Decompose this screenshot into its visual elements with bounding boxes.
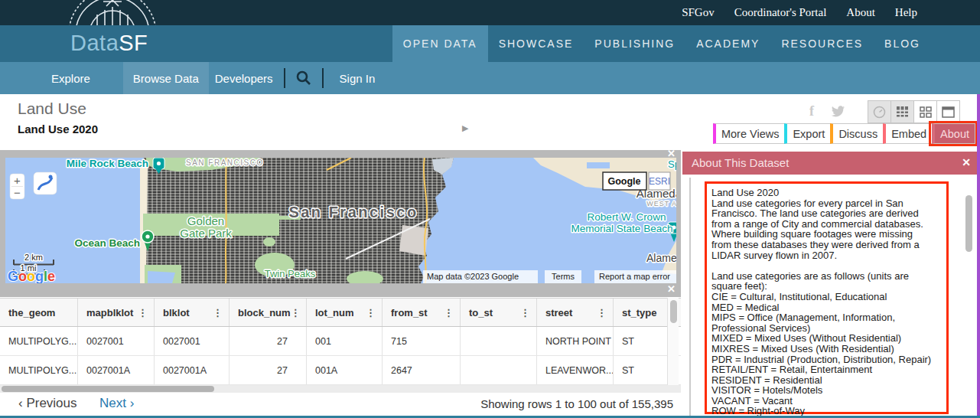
datasf-logo[interactable]: DataSF — [70, 31, 148, 56]
nav-tab-showcase[interactable]: SHOWCASE — [488, 25, 584, 62]
map-basemap-toggle[interactable]: Google ESRI — [603, 172, 670, 190]
map-label-mile-rock: Mile Rock Beach — [67, 158, 148, 169]
column-menu-icon[interactable]: ⋮ — [213, 307, 223, 318]
map-label-ggp2: Gate Park — [180, 227, 232, 240]
subnav-explore[interactable]: Explore — [41, 62, 101, 94]
page: SFGov Coordinator's Portal About Help Da… — [0, 0, 980, 418]
zoom-in-button[interactable]: + — [14, 174, 21, 187]
column-menu-icon[interactable]: ⋮ — [444, 307, 454, 318]
zoom-out-button[interactable]: − — [14, 186, 21, 199]
about-description-text: Land Use 2020 Land use categories for ev… — [711, 188, 943, 416]
about-panel-close-icon[interactable]: ✕ — [962, 156, 971, 168]
map-label-ocean-beach: Ocean Beach — [74, 237, 140, 249]
column-menu-icon[interactable]: ⋮ — [138, 307, 148, 318]
nav-tab-open-data[interactable]: OPEN DATA — [392, 25, 488, 62]
map-attribution: Map data ©2023 Google Terms Report a map… — [423, 270, 676, 283]
table-vertical-scrollbar[interactable] — [667, 298, 679, 385]
dataset-subtitle: Land Use 2020 — [18, 122, 98, 136]
perf-icon-button[interactable] — [868, 100, 891, 123]
map-terms-link[interactable]: Terms — [552, 272, 575, 281]
map-canvas[interactable]: Mile Rock Beach SAN FRANCISCO San Franci… — [5, 158, 676, 283]
col-header-to-st[interactable]: to_st⋮ — [461, 299, 537, 326]
discuss-button[interactable]: Discuss — [830, 123, 884, 144]
basemap-esri-button[interactable]: ESRI — [649, 176, 670, 187]
table-row[interactable]: MULTIPOLYG... 0027001 0027001 27 001 715… — [0, 327, 681, 356]
nav-tab-resources[interactable]: RESOURCES — [770, 25, 874, 62]
browser-window-icon — [942, 106, 955, 118]
topbar-link-about[interactable]: About — [846, 6, 875, 19]
column-menu-icon[interactable]: ⋮ — [291, 307, 301, 318]
topbar-link-sfgov[interactable]: SFGov — [682, 6, 715, 19]
google-logo: Google — [8, 269, 55, 283]
window-view-button[interactable] — [936, 100, 960, 123]
about-panel-scrollbar-thumb[interactable] — [965, 195, 972, 252]
chevron-right-icon: › — [126, 396, 134, 410]
map-scale-km: 2 km — [24, 253, 43, 262]
map-pegman-button[interactable] — [34, 172, 57, 194]
col-header-blklot[interactable]: blklot⋮ — [155, 299, 230, 326]
column-menu-icon[interactable]: ⋮ — [597, 307, 607, 318]
topbar-link-coordinators-portal[interactable]: Coordinator's Portal — [734, 6, 827, 19]
col-header-the-geom[interactable]: the_geom — [0, 299, 78, 326]
annotation-about-button — [929, 121, 978, 146]
map-close-icon-top[interactable]: ✕ — [667, 148, 676, 159]
embed-button[interactable]: Embed — [883, 123, 933, 144]
map-label-sp: Sp — [668, 158, 676, 170]
map-label-twin-peaks: Twin Peaks — [265, 268, 316, 279]
subnav-developers[interactable]: Developers — [209, 62, 284, 94]
nav-tab-publishing[interactable]: PUBLISHING — [584, 25, 685, 62]
expand-arrow-icon[interactable]: ▶ — [462, 123, 468, 133]
map-close-icon-bottom[interactable]: ✕ — [667, 283, 676, 295]
nav-tab-academy[interactable]: ACADEMY — [685, 25, 770, 62]
column-menu-icon[interactable]: ⋮ — [366, 307, 376, 318]
scrollbar-thumb[interactable] — [670, 300, 677, 323]
layout-view-button[interactable] — [913, 100, 937, 123]
pagination-bar: ‹ Previous Next › Showing rows 1 to 100 … — [0, 393, 681, 416]
subnav-divider — [322, 68, 324, 88]
previous-page-button[interactable]: ‹ Previous — [18, 396, 77, 411]
facebook-icon[interactable]: f — [809, 103, 814, 119]
map-zoom-control[interactable]: + − — [10, 174, 24, 199]
sub-nav-bar: Explore Browse Data Developers Sign In — [0, 62, 980, 94]
column-menu-icon[interactable]: ⋮ — [520, 307, 530, 318]
subnav-browse-data[interactable]: Browse Data — [123, 62, 209, 94]
dataset-header: Land Use Land Use 2020 ▶ f — [0, 94, 980, 150]
table-row[interactable]: MULTIPOLYG... 0027001A 0027001A 27 001A … — [0, 356, 681, 385]
layout-icon — [920, 106, 932, 118]
export-button[interactable]: Export — [784, 123, 831, 144]
col-header-lot-num[interactable]: lot_num⋮ — [307, 299, 383, 326]
map-label-crown1: Robert W. Crown — [588, 211, 666, 223]
about-panel-title: About This Dataset — [692, 156, 789, 169]
map-attribution-text: Map data ©2023 Google — [427, 272, 519, 281]
col-header-block-num[interactable]: block_num⋮ — [230, 299, 307, 326]
nav-tab-blog[interactable]: BLOG — [874, 25, 931, 62]
next-page-button[interactable]: Next › — [99, 396, 134, 411]
subnav-sign-in[interactable]: Sign In — [329, 62, 386, 94]
map-label-west-al: WEST AL — [646, 200, 676, 207]
map-container[interactable]: Mile Rock Beach SAN FRANCISCO San Franci… — [0, 150, 681, 297]
grid-view-button[interactable] — [890, 100, 914, 123]
col-header-from-st[interactable]: from_st⋮ — [383, 299, 461, 326]
twitter-icon[interactable] — [830, 106, 845, 117]
more-views-button[interactable]: More Views — [713, 123, 785, 144]
view-icon-bar — [868, 100, 960, 123]
table-header-row: the_geom mapblklot⋮ blklot⋮ block_num⋮ l… — [0, 298, 681, 327]
col-header-street[interactable]: street⋮ — [537, 299, 614, 326]
col-header-mapblklot[interactable]: mapblklot⋮ — [78, 299, 155, 326]
search-button[interactable] — [285, 62, 322, 94]
table-horizontal-scrollbar[interactable] — [0, 385, 681, 393]
map-report-error-link[interactable]: Report a map error — [599, 272, 670, 281]
about-panel-header: About This Dataset ✕ — [682, 152, 977, 175]
scrollbar-thumb[interactable] — [2, 386, 214, 392]
chevron-left-icon: ‹ — [18, 396, 26, 410]
row-count-status: Showing rows 1 to 100 out of 155,395 — [480, 397, 673, 410]
about-panel-left-border — [689, 178, 691, 418]
search-icon — [295, 70, 312, 87]
col-header-st-type[interactable]: st_type — [614, 299, 667, 326]
city-seal-logo — [57, 0, 180, 25]
top-bar: SFGov Coordinator's Portal About Help — [0, 0, 980, 25]
page-title: Land Use — [18, 100, 86, 118]
about-panel: About This Dataset ✕ Land Use 2020 Land … — [682, 152, 977, 418]
topbar-link-help[interactable]: Help — [895, 6, 917, 19]
basemap-google-button[interactable]: Google — [607, 176, 640, 187]
